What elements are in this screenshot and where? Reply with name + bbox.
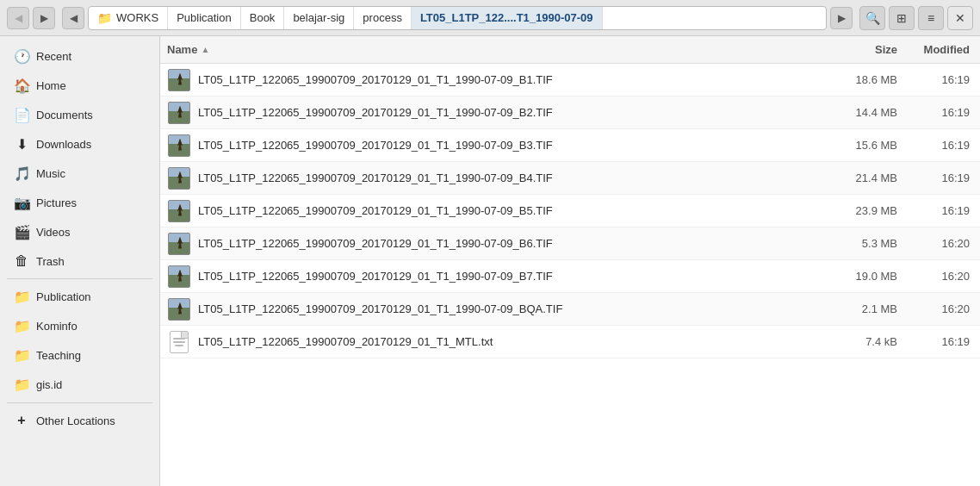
tif-thumbnail <box>168 298 190 321</box>
back-button[interactable]: ◀ <box>7 7 29 29</box>
sidebar-item-trash[interactable]: 🗑 Trash <box>3 247 156 275</box>
grid-icon: ⊞ <box>896 11 907 25</box>
column-size-label: Size <box>875 43 897 56</box>
toolbar: ◀ ▶ ◀ 📁 WORKS Publication Book belajar-s… <box>0 0 980 36</box>
breadcrumb-process[interactable]: process <box>354 7 412 29</box>
breadcrumb-current-label: LT05_L1TP_122....T1_1990-07-09 <box>420 11 593 24</box>
column-headers: Name ▲ Size Modified <box>160 36 980 64</box>
breadcrumb-process-label: process <box>363 11 402 24</box>
scroll-left-icon: ◀ <box>70 12 78 24</box>
file-size: 2.1 MB <box>825 302 911 315</box>
breadcrumb-belajar-sig[interactable]: belajar-sig <box>284 7 354 29</box>
close-button[interactable]: ✕ <box>947 6 973 30</box>
sidebar-item-publication-label: Publication <box>36 290 91 303</box>
videos-icon: 🎬 <box>14 224 29 240</box>
sidebar-item-home[interactable]: 🏠 Home <box>3 72 156 100</box>
tif-thumbnail <box>168 233 190 255</box>
file-icon <box>167 68 191 92</box>
file-modified: 16:19 <box>911 73 980 86</box>
breadcrumb-publication-label: Publication <box>177 11 232 24</box>
trash-icon: 🗑 <box>14 253 29 269</box>
table-row[interactable]: LT05_L1TP_122065_19900709_20170129_01_T1… <box>160 129 980 162</box>
file-modified: 16:19 <box>911 106 980 119</box>
sidebar-item-teaching[interactable]: 📁 Teaching <box>3 341 156 370</box>
file-name: LT05_L1TP_122065_19900709_20170129_01_T1… <box>198 204 825 217</box>
file-size: 23.9 MB <box>825 204 911 217</box>
sidebar-item-kominfo[interactable]: 📁 Kominfo <box>3 312 156 340</box>
file-modified: 16:20 <box>911 270 980 283</box>
file-name: LT05_L1TP_122065_19900709_20170129_01_T1… <box>198 139 825 152</box>
sidebar-item-videos[interactable]: 🎬 Videos <box>3 218 156 246</box>
breadcrumb-book-label: Book <box>250 11 276 24</box>
file-name: LT05_L1TP_122065_19900709_20170129_01_T1… <box>198 302 825 315</box>
table-row[interactable]: LT05_L1TP_122065_19900709_20170129_01_T1… <box>160 293 980 326</box>
breadcrumb-book[interactable]: Book <box>241 7 285 29</box>
breadcrumb-publication[interactable]: Publication <box>168 7 241 29</box>
file-size: 21.4 MB <box>825 171 911 184</box>
file-size: 15.6 MB <box>825 139 911 152</box>
file-name: LT05_L1TP_122065_19900709_20170129_01_T1… <box>198 73 825 86</box>
sidebar-item-music[interactable]: 🎵 Music <box>3 159 156 188</box>
tif-thumbnail <box>168 265 190 288</box>
sidebar-item-documents[interactable]: 📄 Documents <box>3 101 156 129</box>
breadcrumb-belajar-sig-label: belajar-sig <box>293 11 344 24</box>
table-row[interactable]: LT05_L1TP_122065_19900709_20170129_01_T1… <box>160 227 980 260</box>
table-row[interactable]: LT05_L1TP_122065_19900709_20170129_01_T1… <box>160 64 980 97</box>
table-row[interactable]: LT05_L1TP_122065_19900709_20170129_01_T1… <box>160 326 980 358</box>
recent-icon: 🕐 <box>14 48 29 65</box>
tif-thumbnail <box>168 102 190 124</box>
home-icon: 🏠 <box>14 78 29 94</box>
sidebar-item-downloads[interactable]: ⬇ Downloads <box>3 130 156 159</box>
table-row[interactable]: LT05_L1TP_122065_19900709_20170129_01_T1… <box>160 162 980 195</box>
breadcrumb-current[interactable]: LT05_L1TP_122....T1_1990-07-09 <box>412 7 603 29</box>
table-row[interactable]: LT05_L1TP_122065_19900709_20170129_01_T1… <box>160 260 980 293</box>
table-row[interactable]: LT05_L1TP_122065_19900709_20170129_01_T1… <box>160 195 980 227</box>
file-area: Name ▲ Size Modified LT05_L1TP_122065_19… <box>160 36 980 486</box>
breadcrumb-bar: 📁 WORKS Publication Book belajar-sig pro… <box>88 6 827 30</box>
tif-thumbnail <box>168 167 190 190</box>
file-icon <box>167 297 191 321</box>
sidebar-item-gis-id-label: gis.id <box>36 378 62 391</box>
file-modified: 16:19 <box>911 335 980 348</box>
file-name: LT05_L1TP_122065_19900709_20170129_01_T1… <box>198 171 825 184</box>
sidebar-item-pictures[interactable]: 📷 Pictures <box>3 189 156 217</box>
works-icon: 📁 <box>97 11 112 25</box>
column-name-header[interactable]: Name ▲ <box>167 43 825 56</box>
file-icon <box>167 101 191 125</box>
sidebar-item-gis-id[interactable]: 📁 gis.id <box>3 371 156 399</box>
forward-button[interactable]: ▶ <box>33 7 55 29</box>
toolbar-actions: 🔍 ⊞ ≡ ✕ <box>859 6 973 30</box>
scroll-left-button[interactable]: ◀ <box>62 7 84 29</box>
gis-id-icon: 📁 <box>14 377 29 393</box>
tif-thumbnail <box>168 134 190 157</box>
sidebar-separator-1 <box>7 278 152 279</box>
sidebar-item-other-locations[interactable]: + Other Locations <box>3 407 156 434</box>
column-modified-header[interactable]: Modified <box>911 43 980 56</box>
column-modified-label: Modified <box>924 43 970 56</box>
sidebar-item-teaching-label: Teaching <box>36 349 81 362</box>
file-icon <box>167 330 191 354</box>
sidebar: 🕐 Recent 🏠 Home 📄 Documents ⬇ Downloads … <box>0 36 160 486</box>
other-locations-icon: + <box>14 413 29 428</box>
tif-thumbnail <box>168 200 190 222</box>
music-icon: 🎵 <box>14 165 29 182</box>
sidebar-item-downloads-label: Downloads <box>36 138 91 151</box>
file-name: LT05_L1TP_122065_19900709_20170129_01_T1… <box>198 237 825 250</box>
search-button[interactable]: 🔍 <box>859 6 885 30</box>
table-row[interactable]: LT05_L1TP_122065_19900709_20170129_01_T1… <box>160 97 980 129</box>
txt-line <box>173 338 185 340</box>
file-name: LT05_L1TP_122065_19900709_20170129_01_T1… <box>198 270 825 283</box>
grid-view-button[interactable]: ⊞ <box>889 6 915 30</box>
sidebar-item-recent[interactable]: 🕐 Recent <box>3 42 156 71</box>
menu-button[interactable]: ≡ <box>918 6 944 30</box>
sidebar-item-publication[interactable]: 📁 Publication <box>3 283 156 311</box>
file-icon <box>167 265 191 289</box>
scroll-right-icon: ▶ <box>838 12 846 24</box>
scroll-right-button[interactable]: ▶ <box>830 7 853 29</box>
column-size-header[interactable]: Size <box>825 43 911 56</box>
close-icon: ✕ <box>955 11 965 25</box>
file-name: LT05_L1TP_122065_19900709_20170129_01_T1… <box>198 106 825 119</box>
breadcrumb-works[interactable]: 📁 WORKS <box>89 7 168 29</box>
menu-icon: ≡ <box>927 11 934 25</box>
file-modified: 16:20 <box>911 302 980 315</box>
